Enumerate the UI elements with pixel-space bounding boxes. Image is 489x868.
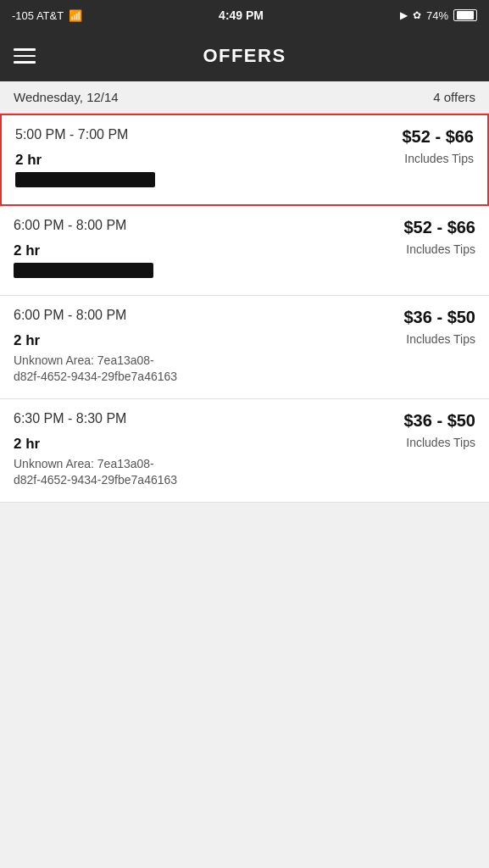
offer-price-3: $36 - $50 bbox=[403, 308, 475, 327]
hamburger-menu-button[interactable] bbox=[14, 48, 36, 64]
offer-location-4: Unknown Area: 7ea13a08-d82f-4652-9434-29… bbox=[14, 456, 181, 488]
offer-item-1[interactable]: 5:00 PM - 7:00 PM$52 - $662 hrIncludes T… bbox=[0, 114, 489, 206]
offer-duration-1: 2 hr bbox=[15, 152, 155, 169]
status-bar: -105 AT&T 📶 4:49 PM ▶ ✿ 74% bbox=[0, 0, 489, 31]
menu-line-3 bbox=[14, 61, 36, 64]
offer-includes-2: Includes Tips bbox=[406, 242, 475, 256]
battery-icon bbox=[453, 9, 477, 21]
carrier-text: -105 AT&T bbox=[12, 9, 64, 22]
offer-price-2: $52 - $66 bbox=[403, 218, 475, 237]
offer-time-3: 6:00 PM - 8:00 PM bbox=[14, 308, 126, 323]
offer-item-4[interactable]: 6:30 PM - 8:30 PM$36 - $502 hrUnknown Ar… bbox=[0, 399, 489, 503]
menu-line-1 bbox=[14, 48, 36, 51]
offer-duration-3: 2 hr bbox=[14, 332, 318, 349]
battery-percentage: 74% bbox=[426, 9, 448, 22]
offer-item-2[interactable]: 6:00 PM - 8:00 PM$52 - $662 hrIncludes T… bbox=[0, 206, 489, 296]
offer-list: 5:00 PM - 7:00 PM$52 - $662 hrIncludes T… bbox=[0, 114, 489, 503]
offer-item-3[interactable]: 6:00 PM - 8:00 PM$36 - $502 hrUnknown Ar… bbox=[0, 296, 489, 399]
offer-includes-4: Includes Tips bbox=[406, 436, 475, 449]
offer-location-redacted-2 bbox=[14, 263, 153, 278]
offer-duration-2: 2 hr bbox=[14, 242, 153, 259]
offer-includes-3: Includes Tips bbox=[406, 332, 475, 346]
offer-location-3: Unknown Area: 7ea13a08-d82f-4652-9434-29… bbox=[14, 353, 181, 385]
menu-line-2 bbox=[14, 55, 36, 58]
bluetooth-icon: ✿ bbox=[413, 9, 421, 21]
offer-duration-4: 2 hr bbox=[14, 436, 318, 453]
status-left: -105 AT&T 📶 bbox=[12, 9, 82, 22]
offer-time-2: 6:00 PM - 8:00 PM bbox=[14, 218, 126, 233]
header: OFFERS bbox=[0, 31, 489, 81]
offers-count: 4 offers bbox=[433, 90, 475, 104]
wifi-icon: 📶 bbox=[69, 9, 82, 22]
page-title: OFFERS bbox=[203, 45, 286, 67]
clock: 4:49 PM bbox=[219, 8, 264, 22]
offer-time-1: 5:00 PM - 7:00 PM bbox=[15, 127, 128, 142]
offer-location-redacted-1 bbox=[15, 172, 155, 187]
offer-price-4: $36 - $50 bbox=[403, 411, 475, 431]
offer-price-1: $52 - $66 bbox=[402, 127, 474, 147]
date-row: Wednesday, 12/14 4 offers bbox=[0, 81, 489, 114]
status-right: ▶ ✿ 74% bbox=[400, 9, 477, 22]
location-icon: ▶ bbox=[400, 9, 408, 21]
date-text: Wednesday, 12/14 bbox=[14, 90, 119, 104]
offer-includes-1: Includes Tips bbox=[404, 152, 474, 165]
offer-time-4: 6:30 PM - 8:30 PM bbox=[14, 411, 126, 426]
